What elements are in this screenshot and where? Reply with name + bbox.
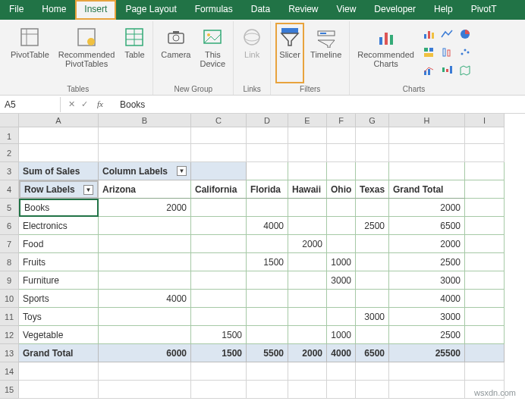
enter-icon[interactable]: ✓ <box>81 99 88 109</box>
cell[interactable] <box>465 308 505 326</box>
cell[interactable] <box>19 362 99 381</box>
cell[interactable] <box>327 290 356 308</box>
slicer-button[interactable]: Slicer <box>275 23 304 83</box>
row-header[interactable]: 8 <box>0 253 19 271</box>
fx-icon[interactable]: fx <box>94 99 106 109</box>
cell[interactable] <box>389 127 465 144</box>
cell[interactable]: 2000 <box>99 199 191 217</box>
hierarchy-chart-icon[interactable] <box>420 44 437 61</box>
tab-data[interactable]: Data <box>242 0 279 20</box>
cell[interactable] <box>288 290 327 308</box>
cell[interactable]: 4000 <box>327 344 356 362</box>
cell[interactable] <box>288 271 327 290</box>
combo-chart-icon[interactable] <box>420 62 437 79</box>
cell[interactable]: 3000 <box>389 308 465 326</box>
tab-formulas[interactable]: Formulas <box>186 0 242 20</box>
cell[interactable] <box>99 217 191 235</box>
cell[interactable] <box>247 235 288 253</box>
row-header[interactable]: 14 <box>0 362 19 381</box>
row-header[interactable]: 11 <box>0 308 19 326</box>
cell[interactable] <box>191 235 247 253</box>
cell[interactable] <box>191 253 247 271</box>
cell[interactable] <box>247 290 288 308</box>
cell[interactable] <box>465 127 505 144</box>
cell[interactable] <box>389 144 465 162</box>
cell[interactable] <box>327 199 356 217</box>
pivot-row-furniture[interactable]: Furniture <box>19 271 99 290</box>
cell[interactable] <box>465 144 505 162</box>
col-header-f[interactable]: F <box>327 114 356 127</box>
cell[interactable] <box>465 217 505 235</box>
cell[interactable] <box>356 253 389 271</box>
row-header[interactable]: 4 <box>0 180 19 199</box>
cell[interactable] <box>465 235 505 253</box>
tab-insert[interactable]: Insert <box>75 0 116 20</box>
cell[interactable] <box>356 362 389 381</box>
cell[interactable] <box>247 162 288 180</box>
cell[interactable] <box>99 235 191 253</box>
timeline-button[interactable]: Timeline <box>307 23 344 83</box>
cell[interactable] <box>19 127 99 144</box>
cell[interactable] <box>356 381 389 399</box>
col-header-e[interactable]: E <box>288 114 327 127</box>
cell[interactable] <box>247 127 288 144</box>
link-button[interactable]: Link <box>238 23 266 83</box>
cell[interactable] <box>327 381 356 399</box>
row-header[interactable]: 15 <box>0 381 19 399</box>
cell[interactable] <box>288 253 327 271</box>
tab-help[interactable]: Help <box>425 0 462 20</box>
cell[interactable]: 3000 <box>389 271 465 290</box>
cell[interactable]: 4000 <box>99 290 191 308</box>
cell[interactable] <box>356 144 389 162</box>
cell[interactable] <box>356 127 389 144</box>
cell[interactable] <box>247 199 288 217</box>
cell[interactable] <box>288 217 327 235</box>
cell[interactable] <box>465 362 505 381</box>
col-header-c[interactable]: C <box>191 114 247 127</box>
tab-home[interactable]: Home <box>33 0 75 20</box>
pie-chart-icon[interactable] <box>457 26 473 42</box>
cell[interactable] <box>465 344 505 362</box>
cell[interactable] <box>247 271 288 290</box>
cell[interactable]: 1500 <box>191 326 247 344</box>
map-chart-icon[interactable] <box>457 62 473 79</box>
cell[interactable] <box>247 362 288 381</box>
cell[interactable] <box>191 162 247 180</box>
cell[interactable] <box>465 271 505 290</box>
cell[interactable] <box>191 271 247 290</box>
pivot-col-ohio[interactable]: Ohio <box>327 180 356 199</box>
cell[interactable]: 4000 <box>247 217 288 235</box>
cell[interactable] <box>327 235 356 253</box>
row-header[interactable]: 2 <box>0 144 19 162</box>
cell[interactable]: 2500 <box>389 253 465 271</box>
row-header[interactable]: 7 <box>0 235 19 253</box>
pivot-col-grandtotal[interactable]: Grand Total <box>389 180 465 199</box>
cell[interactable] <box>327 362 356 381</box>
cell[interactable]: 2000 <box>389 199 465 217</box>
cell[interactable] <box>19 381 99 399</box>
cell[interactable] <box>288 199 327 217</box>
pivot-col-florida[interactable]: Florida <box>247 180 288 199</box>
row-header[interactable]: 6 <box>0 217 19 235</box>
cell[interactable] <box>191 127 247 144</box>
waterfall-chart-icon[interactable] <box>439 62 455 79</box>
col-header-i[interactable]: I <box>465 114 505 127</box>
cell[interactable]: 6000 <box>99 344 191 362</box>
col-header-d[interactable]: D <box>247 114 288 127</box>
pivot-row-fruits[interactable]: Fruits <box>19 253 99 271</box>
col-header-b[interactable]: B <box>99 114 191 127</box>
cell[interactable]: 25500 <box>389 344 465 362</box>
cell[interactable] <box>288 381 327 399</box>
tab-review[interactable]: Review <box>279 0 327 20</box>
row-header[interactable]: 1 <box>0 127 19 144</box>
cell[interactable] <box>247 144 288 162</box>
tab-view[interactable]: View <box>328 0 366 20</box>
cell[interactable]: 1000 <box>327 253 356 271</box>
dropdown-icon[interactable]: ▼ <box>83 185 93 195</box>
cell[interactable] <box>288 144 327 162</box>
pivot-col-california[interactable]: California <box>191 180 247 199</box>
tab-page-layout[interactable]: Page Layout <box>116 0 185 20</box>
cell[interactable]: 4000 <box>389 290 465 308</box>
cell[interactable] <box>191 290 247 308</box>
stats-chart-icon[interactable] <box>439 44 455 61</box>
